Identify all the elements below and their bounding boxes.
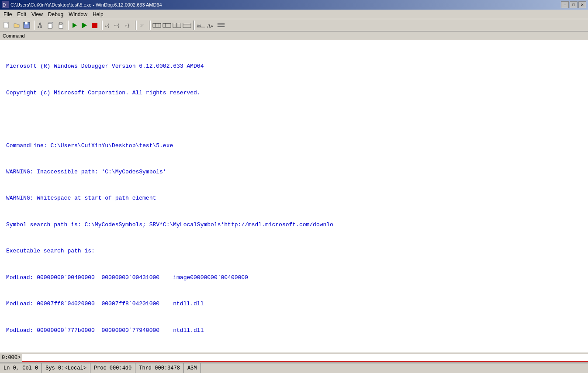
toolbar-stepin[interactable]: ↓{ [104,21,114,30]
content-line-8: Executable search path is: [6,247,582,256]
toolbar-sep-2 [67,21,69,30]
toolbar-sep-3 [101,21,103,30]
menu-help[interactable]: Help [90,10,106,18]
command-label-text: Command [3,33,25,38]
toolbar-pointer[interactable]: ☞ [138,21,148,30]
svg-marker-15 [83,23,87,28]
menu-edit[interactable]: Edit [14,10,29,18]
content-line-4: CommandLine: C:\Users\CuiXinYu\Desktop\t… [6,142,582,150]
content-line-6: WARNING: Whitespace at start of path ele… [6,194,582,203]
minimize-button[interactable]: − [561,1,569,8]
svg-rect-11 [48,24,52,28]
main-content: Microsoft (R) Windows Debugger Version 6… [0,40,588,352]
svg-point-8 [38,26,39,28]
svg-text:☞: ☞ [140,22,144,29]
svg-rect-37 [218,25,225,27]
menu-window[interactable]: Window [66,10,90,18]
toolbar-go[interactable] [70,21,80,30]
toolbar-copy[interactable] [46,21,55,30]
toolbar-mem4[interactable] [182,21,192,30]
toolbar-stepover[interactable]: ↷{ [114,21,124,30]
content-line-3 [6,115,582,124]
menu-debug[interactable]: Debug [45,10,66,18]
svg-point-9 [40,26,42,28]
window-title: C:\Users\CuiXinYu\Desktop\test\5.exe - W… [10,2,561,7]
toolbar-hex[interactable]: 101101 [196,21,206,30]
title-bar: D C:\Users\CuiXinYu\Desktop\test\5.exe -… [0,0,588,10]
toolbar-restart[interactable] [80,21,90,30]
svg-rect-4 [25,22,28,24]
status-asm: ASM [184,363,201,373]
svg-rect-27 [173,23,176,28]
svg-marker-14 [73,23,77,28]
cmd-input-field[interactable] [22,354,588,362]
status-sys: Sys 0:<Local> [42,363,90,373]
toolbar-mem1[interactable] [152,21,162,30]
status-ln: Ln 0, Col 0 [0,363,42,373]
toolbar-save[interactable] [22,21,31,30]
cmd-input-bar: 0:000> [0,352,588,363]
svg-rect-22 [153,23,161,27]
toolbar-open[interactable] [12,21,21,30]
status-proc: Proc 000:4d0 [90,363,135,373]
svg-text:D: D [3,3,6,7]
toolbar-cut[interactable] [36,21,45,30]
status-thrd: Thrd 000:3478 [135,363,184,373]
toolbar-stop[interactable] [90,21,100,30]
svg-text:↓{: ↓{ [104,23,110,28]
toolbar-new[interactable] [2,21,11,30]
status-bar: Ln 0, Col 0 Sys 0:<Local> Proc 000:4d0 T… [0,363,588,373]
toolbar-sep-5 [149,21,151,30]
svg-rect-25 [163,23,171,27]
cmd-prompt: 0:000> [0,355,22,361]
svg-rect-36 [218,23,225,24]
toolbar-options[interactable] [216,21,226,30]
toolbar-stepout[interactable]: ↑} [124,21,134,30]
menu-bar: File Edit View Debug Window Help [0,10,588,19]
svg-text:A: A [211,24,214,28]
command-label-bar: Command [0,31,588,40]
close-button[interactable]: ✕ [578,1,586,8]
maximize-button[interactable]: □ [570,1,578,8]
content-line-5: WARNING: Inaccessible path: 'C:\MyCodesS… [6,168,582,176]
content-area: Microsoft (R) Windows Debugger Version 6… [6,45,582,352]
toolbar-mem2[interactable] [162,21,172,30]
menu-view[interactable]: View [29,10,45,18]
svg-text:101: 101 [197,24,201,28]
toolbar-sep-6 [193,21,195,30]
svg-rect-29 [183,23,191,28]
toolbar-sep-1 [33,21,35,30]
toolbar-paste[interactable] [56,21,66,30]
toolbar-font[interactable]: AA [206,21,216,30]
toolbar-sep-4 [135,21,137,30]
content-line-2: Copyright (c) Microsoft Corporation. All… [6,89,582,97]
content-line-7: Symbol search path is: C:\MyCodesSymbols… [6,221,582,229]
content-line-9: ModLoad: 00000000`00400000 00000000`0043… [6,273,582,282]
window-controls: − □ ✕ [561,1,586,8]
content-line-1: Microsoft (R) Windows Debugger Version 6… [6,62,582,71]
content-line-10: ModLoad: 00007ff8`04020000 00007ff8`0420… [6,300,582,308]
app-icon: D [2,1,9,8]
toolbar-mem3[interactable] [172,21,182,30]
svg-text:↷{: ↷{ [114,23,120,28]
svg-rect-17 [92,23,97,28]
svg-rect-5 [24,25,29,28]
svg-rect-16 [82,23,83,28]
menu-file[interactable]: File [1,10,14,18]
content-line-11: ModLoad: 00000000`777b0000 00000000`7794… [6,326,582,335]
svg-rect-28 [177,23,181,28]
svg-text:↑}: ↑} [125,23,130,28]
toolbar: ↓{ ↷{ ↑} ☞ 101101 AA [0,19,588,31]
svg-rect-13 [59,22,62,24]
